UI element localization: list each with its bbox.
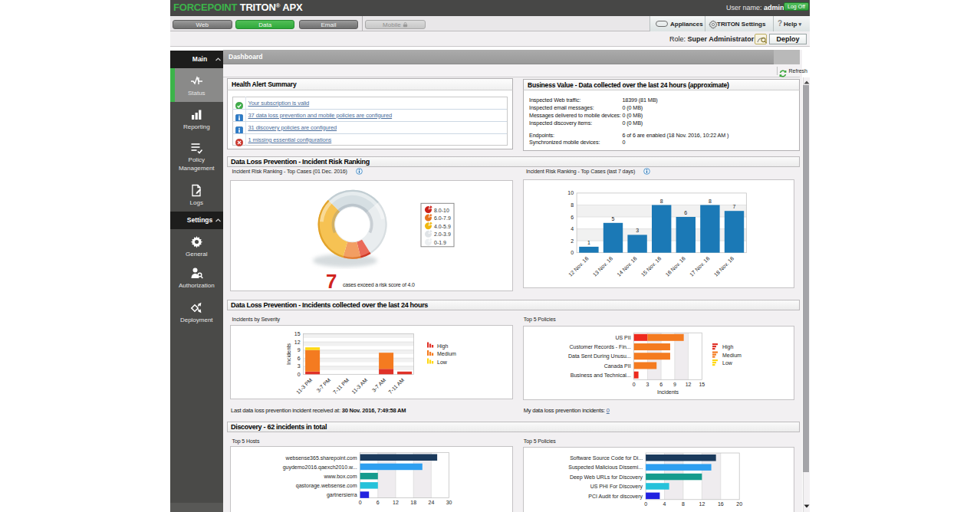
svg-text:18 Nov. 16: 18 Nov. 16: [713, 255, 735, 277]
svg-text:3-7 PM: 3-7 PM: [316, 377, 332, 393]
svg-text:www.box.com: www.box.com: [324, 474, 357, 479]
svg-text:4.0-5.9: 4.0-5.9: [434, 223, 451, 228]
svg-text:6: 6: [659, 382, 663, 387]
svg-text:1: 1: [587, 239, 590, 245]
svg-text:9: 9: [673, 382, 676, 387]
svg-text:4: 4: [571, 226, 574, 231]
svg-text:High: High: [722, 344, 734, 350]
svg-text:Business and Technical...: Business and Technical...: [571, 373, 631, 378]
svg-text:8: 8: [709, 198, 712, 203]
svg-text:US PHI For Discovery: US PHI For Discovery: [590, 484, 643, 490]
svg-text:8: 8: [571, 202, 574, 208]
svg-text:qastorage.websense.com: qastorage.websense.com: [296, 483, 357, 489]
svg-text:0: 0: [359, 500, 362, 505]
svg-text:Low: Low: [722, 360, 733, 366]
svg-text:15: 15: [294, 331, 301, 336]
svg-text:9: 9: [298, 347, 301, 353]
svg-text:0-1.9: 0-1.9: [434, 240, 446, 245]
svg-text:0: 0: [571, 250, 574, 255]
svg-text:16: 16: [718, 501, 724, 507]
svg-text:7-11 PM: 7-11 PM: [332, 377, 350, 395]
svg-text:13 Nov. 16: 13 Nov. 16: [592, 255, 614, 277]
svg-text:7: 7: [733, 204, 736, 209]
svg-text:0: 0: [633, 382, 636, 387]
svg-text:15: 15: [699, 382, 705, 387]
svg-text:14 Nov. 16: 14 Nov. 16: [617, 255, 639, 277]
svg-text:3-7 AM: 3-7 AM: [371, 377, 387, 393]
svg-text:16 Nov. 16: 16 Nov. 16: [665, 255, 687, 277]
svg-text:15 Nov. 16: 15 Nov. 16: [640, 255, 663, 277]
svg-text:US PII: US PII: [616, 335, 631, 340]
svg-text:6: 6: [685, 210, 688, 215]
svg-text:Medium: Medium: [722, 353, 742, 358]
svg-text:7: 7: [326, 270, 337, 291]
svg-text:Incidents: Incidents: [286, 343, 291, 365]
svg-text:12: 12: [699, 501, 705, 507]
svg-text:gartnersierra: gartnersierra: [327, 493, 357, 499]
svg-text:2.0-3.9: 2.0-3.9: [434, 231, 451, 237]
svg-text:Incidents: Incidents: [657, 389, 679, 395]
svg-text:Low: Low: [437, 359, 448, 365]
svg-text:3: 3: [298, 363, 301, 369]
svg-text:cases exceed a risk score of 4: cases exceed a risk score of 4.0: [343, 282, 415, 287]
svg-text:4: 4: [663, 501, 666, 507]
svg-text:12 Nov. 16: 12 Nov. 16: [567, 255, 590, 277]
svg-text:18: 18: [411, 500, 417, 505]
svg-text:5: 5: [612, 215, 615, 221]
svg-text:8: 8: [660, 198, 663, 203]
svg-text:8: 8: [682, 501, 685, 507]
svg-text:7-11 AM: 7-11 AM: [388, 377, 406, 395]
svg-text:Software Source Code for Di...: Software Source Code for Di...: [570, 455, 643, 461]
svg-text:Suspected Malicious Dissemi...: Suspected Malicious Dissemi...: [569, 464, 643, 471]
svg-text:Canada PII: Canada PII: [604, 363, 631, 369]
svg-text:11-3 PM: 11-3 PM: [295, 377, 313, 395]
svg-text:Data Sent During Unusu...: Data Sent During Unusu...: [568, 353, 631, 359]
svg-text:30: 30: [446, 500, 452, 505]
svg-text:6: 6: [298, 356, 301, 361]
svg-text:Deep Web URLs for Discovery: Deep Web URLs for Discovery: [570, 474, 643, 481]
svg-text:12: 12: [686, 382, 692, 387]
svg-text:6: 6: [377, 500, 380, 505]
svg-text:17 Nov. 16: 17 Nov. 16: [689, 255, 711, 277]
svg-text:10: 10: [568, 190, 574, 195]
svg-text:6.0-7.9: 6.0-7.9: [434, 215, 451, 221]
svg-text:20: 20: [737, 501, 743, 507]
svg-text:8.0-10: 8.0-10: [434, 207, 449, 212]
svg-text:3: 3: [646, 382, 649, 387]
svg-text:12: 12: [294, 340, 301, 345]
svg-text:2: 2: [571, 238, 574, 243]
svg-text:guydemo2016.qaexch2010.w...: guydemo2016.qaexch2010.w...: [283, 464, 357, 471]
svg-text:Medium: Medium: [437, 351, 456, 356]
svg-text:PCI Audit for discovery: PCI Audit for discovery: [589, 494, 643, 500]
svg-text:12: 12: [393, 500, 399, 505]
svg-text:0: 0: [298, 372, 301, 377]
svg-text:6: 6: [571, 214, 574, 219]
svg-text:24: 24: [429, 500, 435, 505]
svg-text:websense365.sharepoint.com: websense365.sharepoint.com: [285, 455, 357, 461]
svg-text:11-3 AM: 11-3 AM: [351, 377, 369, 395]
svg-text:High: High: [437, 343, 449, 350]
svg-text:0: 0: [644, 501, 647, 507]
svg-text:Customer Records - Fin...: Customer Records - Fin...: [570, 344, 631, 350]
svg-text:3: 3: [636, 228, 639, 233]
